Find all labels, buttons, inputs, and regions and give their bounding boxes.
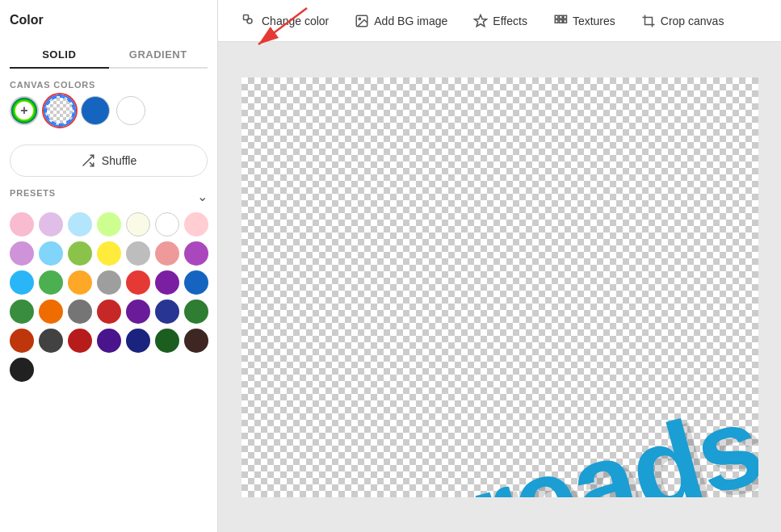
shuffle-icon bbox=[81, 153, 95, 168]
preset-color-9[interactable] bbox=[68, 241, 92, 266]
preset-color-5[interactable] bbox=[155, 212, 179, 237]
change-color-button[interactable]: Change color bbox=[231, 7, 340, 35]
preset-color-24[interactable] bbox=[97, 300, 121, 324]
preset-color-33[interactable] bbox=[155, 329, 179, 353]
effects-label: Effects bbox=[493, 15, 527, 27]
preset-color-17[interactable] bbox=[97, 270, 121, 295]
preset-color-28[interactable] bbox=[10, 329, 34, 353]
preset-color-7[interactable] bbox=[10, 241, 34, 266]
change-color-label: Change color bbox=[262, 15, 329, 27]
svg-rect-9 bbox=[555, 19, 558, 23]
add-color-plus: + bbox=[15, 102, 33, 119]
toolbar: Change color Add BG image Effects bbox=[218, 0, 781, 42]
white-color-swatch[interactable] bbox=[116, 96, 145, 125]
preset-color-1[interactable] bbox=[39, 212, 63, 237]
crop-canvas-button[interactable]: Crop canvas bbox=[630, 7, 736, 35]
preset-color-16[interactable] bbox=[68, 270, 92, 295]
textures-label: Textures bbox=[573, 15, 615, 27]
svg-rect-10 bbox=[559, 19, 562, 23]
preset-color-13[interactable] bbox=[184, 241, 208, 266]
preset-color-32[interactable] bbox=[126, 329, 150, 353]
sidebar: Color SOLID GRADIENT CANVAS COLORS + Shu… bbox=[0, 0, 218, 532]
canvas-colors-section: CANVAS COLORS + bbox=[10, 80, 208, 133]
preset-color-23[interactable] bbox=[68, 300, 92, 324]
tab-gradient[interactable]: GRADIENT bbox=[109, 42, 208, 67]
presets-grid bbox=[10, 212, 208, 382]
preset-color-8[interactable] bbox=[39, 241, 63, 266]
preset-color-26[interactable] bbox=[155, 300, 179, 324]
preset-color-10[interactable] bbox=[97, 241, 121, 266]
canvas-content: Spreads bbox=[241, 77, 758, 497]
svg-rect-11 bbox=[564, 19, 567, 23]
blue-color-swatch[interactable] bbox=[81, 96, 110, 125]
preset-color-0[interactable] bbox=[10, 212, 34, 237]
textures-icon bbox=[553, 14, 568, 28]
tab-row: SOLID GRADIENT bbox=[10, 42, 208, 69]
preset-color-18[interactable] bbox=[126, 270, 150, 295]
presets-chevron-icon[interactable]: ⌄ bbox=[197, 189, 208, 204]
canvas-area: Spreads bbox=[218, 42, 781, 532]
preset-color-3[interactable] bbox=[97, 212, 121, 237]
add-bg-image-button[interactable]: Add BG image bbox=[343, 7, 459, 35]
canvas-colors-label: CANVAS COLORS bbox=[10, 80, 208, 90]
presets-header: PRESETS ⌄ bbox=[10, 188, 208, 204]
preset-color-29[interactable] bbox=[39, 329, 63, 353]
preset-color-25[interactable] bbox=[126, 300, 150, 324]
shuffle-label: Shuffle bbox=[102, 154, 136, 167]
shuffle-button[interactable]: Shuffle bbox=[10, 145, 208, 177]
add-color-button[interactable]: + bbox=[10, 96, 39, 125]
preset-color-19[interactable] bbox=[155, 270, 179, 295]
svg-point-5 bbox=[359, 18, 361, 19]
image-icon bbox=[355, 14, 369, 28]
preset-color-22[interactable] bbox=[39, 300, 63, 324]
preset-color-15[interactable] bbox=[39, 270, 63, 295]
preset-color-21[interactable] bbox=[10, 300, 34, 324]
presets-section: PRESETS ⌄ bbox=[10, 188, 208, 382]
preset-color-35[interactable] bbox=[10, 358, 34, 382]
sidebar-title: Color bbox=[10, 13, 208, 27]
effects-button[interactable]: Effects bbox=[462, 7, 539, 35]
svg-rect-6 bbox=[555, 15, 558, 19]
preset-color-20[interactable] bbox=[184, 270, 208, 295]
svg-rect-7 bbox=[559, 15, 562, 19]
transparent-color-swatch[interactable] bbox=[45, 96, 74, 125]
effects-icon bbox=[473, 14, 488, 28]
canvas-colors-row: + bbox=[10, 96, 208, 125]
preset-color-31[interactable] bbox=[97, 329, 121, 353]
presets-label: PRESETS bbox=[10, 188, 56, 198]
color-picker-icon bbox=[242, 14, 257, 28]
preset-color-27[interactable] bbox=[184, 300, 208, 324]
add-bg-image-label: Add BG image bbox=[374, 15, 447, 27]
preset-color-4[interactable] bbox=[126, 212, 150, 237]
svg-rect-8 bbox=[564, 15, 567, 19]
preset-color-2[interactable] bbox=[68, 212, 92, 237]
preset-color-14[interactable] bbox=[10, 270, 34, 295]
crop-icon bbox=[641, 14, 656, 28]
canvas-text: Spreads bbox=[320, 379, 758, 496]
main-area: Change color Add BG image Effects bbox=[218, 0, 781, 532]
preset-color-34[interactable] bbox=[184, 329, 208, 353]
preset-color-6[interactable] bbox=[184, 212, 208, 237]
preset-color-12[interactable] bbox=[155, 241, 179, 266]
preset-color-30[interactable] bbox=[68, 329, 92, 353]
tab-solid[interactable]: SOLID bbox=[10, 42, 109, 69]
preset-color-11[interactable] bbox=[126, 241, 150, 266]
crop-canvas-label: Crop canvas bbox=[661, 15, 724, 27]
textures-button[interactable]: Textures bbox=[542, 7, 627, 35]
